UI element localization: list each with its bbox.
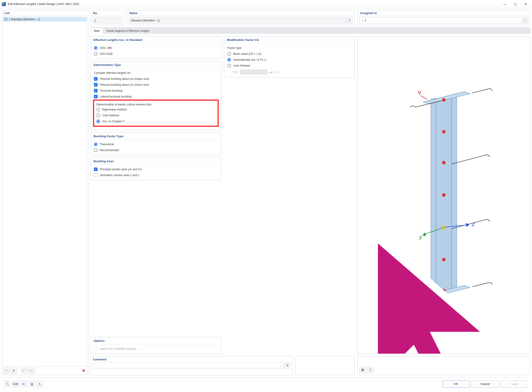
no-field[interactable]: 1 bbox=[93, 18, 122, 23]
radio-cb-auto[interactable]: Automatically acc. to F1-1 bbox=[227, 58, 351, 62]
name-box: Name Standard (Members : 1) ✎ bbox=[127, 10, 355, 25]
assigned-value: 1 bbox=[365, 19, 366, 22]
radio-icon bbox=[96, 120, 100, 123]
group-options: Options Import from Stability Analysis bbox=[90, 337, 221, 354]
window-title: Edit Effective Lengths | Steel Design | … bbox=[8, 2, 79, 6]
name-edit-button[interactable]: ✎ bbox=[347, 18, 353, 23]
svg-marker-2 bbox=[431, 98, 436, 297]
comment-copy-button[interactable]: ⧉ bbox=[284, 363, 290, 368]
list-item-label: 1 Standard (Members : 1) bbox=[9, 18, 40, 21]
list-item-swatch bbox=[4, 18, 8, 21]
svg-point-7 bbox=[442, 130, 445, 133]
delete-item-button[interactable]: ✖ bbox=[81, 368, 87, 373]
radio-label: Eigenvalue method bbox=[102, 108, 127, 111]
cb-symbol: Cb bbox=[233, 70, 238, 74]
form-col-mid: Modification Factor Cb Factor type Basic… bbox=[224, 36, 355, 354]
tab-main[interactable]: Main bbox=[91, 28, 103, 34]
ok-button[interactable]: OK bbox=[443, 380, 470, 388]
svg-point-9 bbox=[442, 193, 445, 196]
radio-mcr-user[interactable]: User-Defined bbox=[96, 113, 215, 117]
radio-mcr-eigen[interactable]: Eigenvalue method bbox=[96, 107, 215, 112]
group-title-effstd: Effective Lengths Acc. to Standard bbox=[91, 36, 221, 44]
assigned-label: Assigned to bbox=[358, 10, 530, 16]
new-item-button[interactable]: ✧ bbox=[3, 368, 9, 373]
right-area: No. 1 Name Standard (Members : 1) ✎ Assi… bbox=[90, 10, 530, 375]
name-label: Name bbox=[127, 10, 354, 16]
check-flex-yu[interactable]: Flexural buckling about y/u (major axis) bbox=[94, 77, 218, 81]
check-label: Flexural buckling about y/u (major axis) bbox=[100, 77, 149, 80]
app-icon bbox=[2, 2, 6, 6]
mcr-label: Determination of elastic critical moment… bbox=[96, 103, 215, 106]
name-field[interactable]: Standard (Members : 1) bbox=[129, 18, 347, 23]
assigned-field[interactable]: ↘ 1 bbox=[359, 18, 522, 23]
comment-combo[interactable]: ⌄ bbox=[93, 363, 283, 368]
check-off-button[interactable]: ✓⁻ bbox=[28, 368, 34, 373]
radio-label: Recommended bbox=[100, 149, 119, 152]
cb-unit: [--] bbox=[275, 70, 278, 74]
highlight-mcr-section: Determination of elastic critical moment… bbox=[93, 99, 219, 127]
tool-axis-button[interactable]: A↕ bbox=[20, 381, 27, 387]
check-flex-zv[interactable]: Flexural buckling about z/v (minor axis) bbox=[94, 83, 218, 87]
radio-icon bbox=[227, 64, 231, 67]
check-label: Lateral-torsional buckling bbox=[100, 95, 132, 98]
svg-line-21 bbox=[421, 95, 427, 99]
radio-recommended[interactable]: Recommended bbox=[94, 148, 218, 152]
tool-fx-button[interactable]: fₓ bbox=[37, 381, 43, 387]
maximize-button[interactable]: ▢ bbox=[510, 1, 521, 8]
assigned-box: Assigned to ↘ 1 ↖ bbox=[357, 10, 530, 25]
preview-snapshot-button[interactable]: 🖼 bbox=[359, 367, 366, 373]
close-button[interactable]: ✕ bbox=[521, 1, 531, 8]
member-preview-svg: y z v bbox=[366, 44, 521, 346]
list-item[interactable]: 1 Standard (Members : 1) bbox=[3, 17, 87, 22]
tool-search-button[interactable]: 🔍 bbox=[4, 381, 10, 387]
check-torsional[interactable]: Torsional buckling bbox=[94, 89, 218, 93]
radio-label: Acc. to Chapter F bbox=[102, 120, 124, 123]
apply-button: Apply bbox=[501, 380, 528, 388]
radio-theoretical[interactable]: Theoretical bbox=[94, 142, 218, 146]
group-determination-type: Determination Type Consider effective le… bbox=[90, 61, 221, 130]
preview-3d-pane[interactable]: y z v bbox=[357, 36, 530, 354]
radio-label: Theoretical bbox=[100, 143, 114, 146]
list-panel: List 1 Standard (Members : 1) ✧ ⧉ ✓⁺ ✓⁻ … bbox=[2, 10, 88, 375]
assigned-pick-button[interactable]: ↖ bbox=[522, 18, 528, 23]
group-modification-cb: Modification Factor Cb Factor type Basic… bbox=[224, 36, 355, 78]
check-principal-axes[interactable]: Principal section axes y/u and z/v bbox=[94, 167, 218, 171]
list-body: 1 Standard (Members : 1) bbox=[2, 16, 88, 366]
minimize-button[interactable]: — bbox=[500, 1, 510, 8]
preview-info-button[interactable]: ⓘ bbox=[367, 367, 373, 373]
tool-render-button[interactable]: ▤ bbox=[29, 381, 35, 387]
check-icon bbox=[94, 77, 98, 81]
group-title-options: Options bbox=[91, 337, 221, 345]
radio-icon bbox=[94, 52, 98, 56]
form-col-left: Effective Lengths Acc. to Standard AISC … bbox=[90, 36, 221, 354]
cb-value-row: Cb ▴▾ [--] bbox=[227, 70, 351, 75]
cancel-button[interactable]: Cancel bbox=[471, 380, 499, 388]
svg-point-6 bbox=[442, 98, 445, 102]
consider-label: Consider effective lengths for bbox=[94, 71, 218, 75]
radio-cb-basic[interactable]: Basic value (Cb = 1.0) bbox=[227, 52, 351, 56]
radio-aisc360[interactable]: AISC 360 bbox=[94, 46, 218, 50]
radio-icon bbox=[96, 114, 100, 117]
tool-units-button[interactable]: 0,00 bbox=[12, 381, 19, 387]
comment-title: Comment bbox=[91, 356, 293, 363]
check-icon bbox=[94, 168, 98, 171]
factor-type-label: Factor type bbox=[227, 46, 351, 50]
check-geometric-axes[interactable]: Geometric section axes y and z bbox=[94, 173, 218, 177]
tab-nodal-supports[interactable]: Nodal Supports & Effective Lengths bbox=[103, 28, 153, 34]
radio-label: AISI S100 bbox=[100, 52, 113, 56]
list-toolbar: ✧ ⧉ ✓⁺ ✓⁻ ✖ bbox=[2, 366, 88, 375]
list-header: List bbox=[2, 10, 88, 16]
check-label: Flexural buckling about z/v (minor axis) bbox=[100, 83, 149, 86]
svg-point-8 bbox=[442, 161, 445, 164]
tab-bar: Main Nodal Supports & Effective Lengths bbox=[90, 27, 530, 34]
radio-aisi-s100[interactable]: AISI S100 bbox=[94, 52, 218, 56]
radio-mcr-chapter-f[interactable]: Acc. to Chapter F bbox=[96, 119, 215, 123]
check-on-button[interactable]: ✓⁺ bbox=[21, 368, 27, 373]
radio-label: Automatically acc. to F1-1 bbox=[233, 58, 266, 61]
radio-cb-user[interactable]: User-Defined bbox=[227, 64, 351, 68]
copy-item-button[interactable]: ⧉ bbox=[11, 368, 17, 373]
check-ltb[interactable]: Lateral-torsional buckling bbox=[94, 94, 218, 99]
radio-label: Basic value (Cb = 1.0) bbox=[233, 52, 261, 56]
group-effective-lengths-standard: Effective Lengths Acc. to Standard AISC … bbox=[90, 36, 221, 59]
no-label: No. bbox=[91, 10, 124, 16]
